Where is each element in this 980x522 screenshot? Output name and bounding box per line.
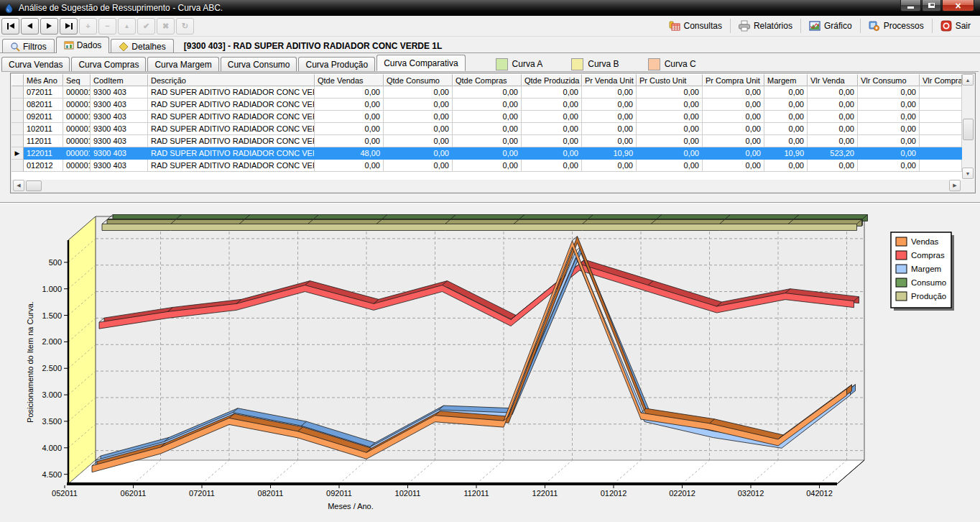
grid-cell[interactable]: 0,00: [315, 160, 384, 172]
grid-cell[interactable]: 0,00: [858, 111, 920, 123]
grid-cell[interactable]: 0,00: [384, 111, 453, 123]
grid-cell[interactable]: 0,00: [453, 86, 522, 99]
grid-cell[interactable]: 0,00: [522, 123, 582, 135]
subtab-curva-comparativa[interactable]: Curva Comparativa: [376, 55, 465, 71]
grid-cell[interactable]: 000001: [63, 160, 91, 172]
processos-button[interactable]: Processos: [862, 18, 930, 34]
nav-post-button[interactable]: ✔: [137, 18, 155, 35]
grid-cell[interactable]: 000001: [63, 111, 91, 123]
grid-column-header[interactable]: Margem: [764, 74, 808, 86]
grid-cell[interactable]: 0,00: [637, 147, 703, 160]
grid-cell[interactable]: 0,00: [522, 135, 582, 147]
subtab-curva-margem[interactable]: Curva Margem: [147, 57, 218, 71]
grid-cell[interactable]: 0,00: [858, 135, 920, 147]
maximize-button[interactable]: [922, 0, 941, 12]
grid-cell[interactable]: RAD SUPER ADITIVO RADIADOR CONC VERDE 1L: [148, 86, 315, 99]
grid-cell[interactable]: RAD SUPER ADITIVO RADIADOR CONC VERDE 1L: [148, 160, 315, 172]
grid-column-header[interactable]: Vlr Venda: [808, 74, 858, 86]
horizontal-scrollbar[interactable]: [11, 180, 974, 192]
grid-cell[interactable]: 0,00: [858, 86, 920, 99]
grid-cell[interactable]: 0,00: [637, 99, 703, 111]
grid-cell[interactable]: 0,00: [384, 86, 453, 99]
grid-cell[interactable]: 9300 403: [91, 160, 148, 172]
grid-cell[interactable]: RAD SUPER ADITIVO RADIADOR CONC VERDE 1L: [148, 111, 315, 123]
grid-cell[interactable]: RAD SUPER ADITIVO RADIADOR CONC VERDE 1L: [148, 99, 315, 111]
grid-cell[interactable]: 0,00: [764, 123, 808, 135]
grid-cell[interactable]: 0,00: [453, 147, 522, 160]
grid-cell[interactable]: 9300 403: [91, 99, 148, 111]
grid-cell[interactable]: 48,00: [315, 147, 384, 160]
grid-cell[interactable]: 092011: [24, 111, 63, 123]
grid-cell[interactable]: 0,00: [315, 99, 384, 111]
grid-cell[interactable]: RAD SUPER ADITIVO RADIADOR CONC VERDE 1L: [148, 123, 315, 135]
grid-cell[interactable]: 0,00: [703, 160, 764, 172]
scroll-right-button[interactable]: ▶: [949, 180, 961, 191]
grid-column-header[interactable]: Descrição: [148, 74, 315, 86]
scroll-up-button[interactable]: ▲: [962, 74, 974, 86]
grid-cell[interactable]: 0,00: [582, 99, 637, 111]
nav-insert-button[interactable]: +: [79, 18, 97, 35]
grid-cell[interactable]: 9300 403: [91, 123, 148, 135]
nav-delete-button[interactable]: −: [98, 18, 116, 35]
scroll-left-button[interactable]: ◀: [13, 180, 24, 191]
grid-cell[interactable]: 0,00: [858, 123, 920, 135]
grid-cell[interactable]: 112011: [24, 135, 63, 147]
grid-cell[interactable]: 012012: [24, 160, 63, 172]
grid-cell[interactable]: 0,00: [522, 147, 582, 160]
grid-cell[interactable]: 0,00: [764, 160, 808, 172]
sair-button[interactable]: Sair: [934, 18, 977, 34]
nav-edit-button[interactable]: ▲: [118, 18, 136, 35]
grid-cell[interactable]: 0,00: [808, 123, 858, 135]
grid-cell[interactable]: 0,00: [764, 135, 808, 147]
grid-cell[interactable]: 0,00: [582, 111, 637, 123]
nav-last-button[interactable]: [60, 18, 78, 35]
grid-cell[interactable]: 10,90: [764, 147, 808, 160]
grid-column-header[interactable]: Pr Custo Unit: [637, 74, 703, 86]
grid-cell[interactable]: 0,00: [384, 99, 453, 111]
grid-cell[interactable]: 0,00: [384, 147, 453, 160]
grid-cell[interactable]: 0,00: [808, 135, 858, 147]
grid-cell[interactable]: 0,00: [703, 135, 764, 147]
grid-column-header[interactable]: Qtde Consumo: [384, 74, 453, 86]
grid-cell[interactable]: [920, 86, 962, 99]
grid-cell[interactable]: 072011: [24, 86, 63, 99]
vertical-scroll-thumb[interactable]: [963, 119, 974, 140]
grid-cell[interactable]: 9300 403: [91, 111, 148, 123]
grid-cell[interactable]: 0,00: [858, 147, 920, 160]
grid-cell[interactable]: 0,00: [637, 135, 703, 147]
grid-cell[interactable]: 0,00: [315, 135, 384, 147]
grid-column-header[interactable]: CodItem: [91, 74, 148, 86]
grid-cell[interactable]: RAD SUPER ADITIVO RADIADOR CONC VERDE 1L: [148, 147, 315, 160]
grid-column-header[interactable]: Qtde Vendas: [315, 74, 384, 86]
grid-cell[interactable]: 0,00: [703, 111, 764, 123]
grid-cell[interactable]: 0,00: [637, 123, 703, 135]
tab-dados[interactable]: Dados: [56, 37, 110, 53]
grid-cell[interactable]: 0,00: [384, 123, 453, 135]
grid-cell[interactable]: 082011: [24, 99, 63, 111]
grid-cell[interactable]: 0,00: [858, 160, 920, 172]
grid-column-header[interactable]: Qtde Compras: [453, 74, 522, 86]
grid-cell[interactable]: 0,00: [703, 123, 764, 135]
minimize-button[interactable]: [900, 0, 921, 12]
grid-cell[interactable]: 0,00: [764, 111, 808, 123]
grid-cell[interactable]: 0,00: [703, 99, 764, 111]
grid-cell[interactable]: 10,90: [582, 147, 637, 160]
grid-cell[interactable]: 0,00: [808, 160, 858, 172]
nav-prior-button[interactable]: [21, 18, 39, 35]
grid-cell[interactable]: 0,00: [764, 99, 808, 111]
grid-cell[interactable]: 0,00: [582, 123, 637, 135]
grid-column-header[interactable]: Pr Compra Unit: [703, 74, 764, 86]
grid-cell[interactable]: 000001: [63, 99, 91, 111]
grid-column-header[interactable]: Vlr Consumo: [858, 74, 920, 86]
tab-filtros[interactable]: Filtros: [2, 39, 55, 53]
grid-cell[interactable]: 0,00: [453, 135, 522, 147]
grid-cell[interactable]: 0,00: [315, 111, 384, 123]
grid-column-header[interactable]: Qtde Produzida: [522, 74, 582, 86]
grid-cell[interactable]: 0,00: [808, 86, 858, 99]
grid-cell[interactable]: 0,00: [453, 123, 522, 135]
subtab-curva-compras[interactable]: Curva Compras: [71, 57, 146, 71]
grafico-button[interactable]: Gráfico: [803, 18, 859, 34]
grid-cell[interactable]: 122011: [24, 147, 63, 160]
grid-cell[interactable]: 000001: [63, 147, 91, 160]
scroll-down-button[interactable]: ▼: [962, 168, 974, 179]
